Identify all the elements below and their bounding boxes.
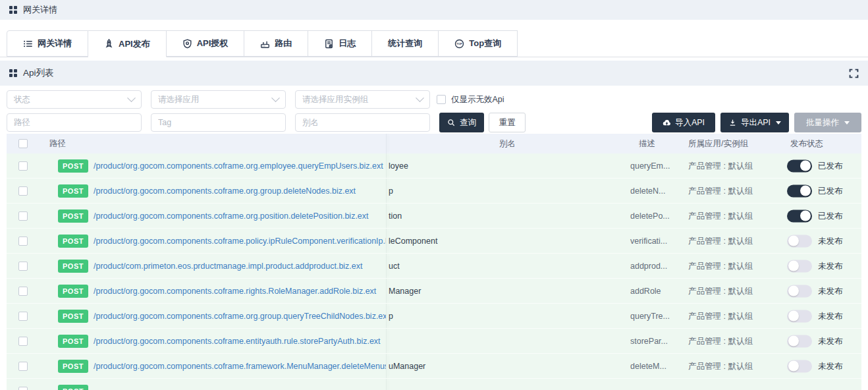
method-badge: POST: [58, 385, 88, 390]
publish-toggle[interactable]: [787, 209, 812, 222]
description-cell: queryTre...: [630, 312, 670, 321]
publish-toggle[interactable]: [787, 184, 812, 197]
table-row: POST /product/org.gocom.components.cofra…: [7, 179, 861, 204]
publish-toggle[interactable]: [787, 335, 812, 347]
search-button[interactable]: 查询: [439, 113, 484, 132]
publish-toggle[interactable]: [787, 235, 812, 247]
batch-actions-button[interactable]: 批量操作: [794, 113, 861, 132]
api-path-link[interactable]: /product/org.gocom.components.coframe.en…: [94, 337, 381, 346]
log-icon: [324, 39, 334, 49]
method-badge: POST: [58, 235, 88, 248]
chevron-down-icon: [271, 94, 280, 102]
row-fixed-area: POST /product/org.gocom.components.cofra…: [7, 304, 386, 328]
top-icon: TOP: [454, 39, 464, 49]
row-checkbox[interactable]: [18, 161, 28, 171]
api-path-link[interactable]: /product/org.gocom.components.coframe.po…: [94, 237, 386, 246]
service-name-clipped-text: p: [389, 312, 393, 321]
alias-input[interactable]: [295, 113, 430, 132]
api-path-link[interactable]: /product/org.gocom.components.coframe.ri…: [94, 287, 376, 296]
select-all-checkbox[interactable]: [18, 139, 28, 148]
app-select-placeholder: 请选择应用: [158, 94, 200, 105]
description-cell: addprod...: [630, 262, 667, 271]
table-body: POST /product/org.gocom.components.cofra…: [7, 153, 861, 390]
toggle-knob: [788, 336, 799, 347]
api-path-link[interactable]: /product/org.gocom.components.coframe.fr…: [94, 362, 386, 371]
row-checkbox[interactable]: [18, 337, 28, 346]
table-row: POST /product/org.gocom.components.cofra…: [7, 153, 861, 179]
tab-6[interactable]: 统计查询: [372, 30, 439, 57]
row-checkbox[interactable]: [18, 211, 28, 221]
tab-1[interactable]: 网关详情: [7, 30, 88, 57]
fixed-column-divider: [386, 329, 387, 353]
download-icon: [728, 119, 737, 127]
app-group-cell: 产品管理 : 默认组: [688, 210, 753, 221]
export-api-button[interactable]: 导出API: [720, 113, 789, 132]
toggle-knob: [788, 311, 799, 321]
fixed-column-divider: [386, 179, 387, 203]
tab-3[interactable]: API授权: [167, 30, 245, 57]
app-select[interactable]: 请选择应用: [151, 90, 286, 109]
app-group-cell: 产品管理 : 默认组: [688, 185, 753, 196]
path-input[interactable]: [7, 113, 142, 132]
api-path-link[interactable]: /product/org.gocom.components.coframe.or…: [94, 312, 386, 321]
app-group-cell: 产品管理 : 默认组: [688, 285, 753, 296]
toggle-knob: [788, 236, 799, 246]
fixed-column-divider: [386, 279, 387, 303]
api-path-link[interactable]: /product/org.gocom.components.coframe.or…: [94, 186, 356, 196]
method-badge: POST: [58, 360, 88, 373]
publish-status-label: 未发布: [818, 260, 843, 271]
row-fixed-area: POST /product/org.gocom.components.cofra…: [7, 354, 386, 378]
tab-7[interactable]: TOPTop查询: [439, 30, 518, 57]
table-row: POST /product/org.gocom.components.cofra…: [7, 204, 861, 229]
invalid-api-checkbox[interactable]: 仅显示无效Api: [437, 94, 504, 105]
publish-toggle[interactable]: [787, 260, 812, 272]
table-row: POST /product/org.gocom.components.cofra…: [7, 229, 861, 254]
publish-toggle[interactable]: [787, 159, 812, 172]
publish-status-label: 未发布: [818, 235, 843, 246]
publish-toggle[interactable]: [787, 360, 812, 372]
service-name-clipped-text: tion: [389, 211, 402, 221]
app-group-cell: 产品管理 : 默认组: [688, 360, 753, 372]
publish-toggle[interactable]: [787, 285, 812, 297]
api-path-link[interactable]: /product/com.primeton.eos.prductmanage.i…: [94, 262, 363, 271]
row-fixed-area: POST /product/org.gocom.components.cofra…: [7, 204, 386, 228]
panel-header: Api列表: [0, 61, 868, 86]
publish-toggle[interactable]: [787, 310, 812, 322]
instance-group-select[interactable]: 请选择应用实例组: [295, 90, 430, 109]
reset-button[interactable]: 重置: [489, 113, 526, 132]
api-path-link[interactable]: /product/org.gocom.components.coframe.or…: [94, 161, 383, 171]
fullscreen-icon[interactable]: [849, 69, 859, 78]
tab-4[interactable]: 路由: [244, 30, 308, 57]
tag-input[interactable]: [151, 113, 286, 132]
row-fixed-area: POST /product/org.gocom.components.cofra…: [7, 179, 386, 203]
tab-5[interactable]: 日志: [308, 30, 372, 57]
page-header: 网关详情: [0, 0, 868, 20]
shield-icon: [182, 39, 192, 49]
import-api-button[interactable]: 导入API: [652, 113, 715, 132]
app-group-cell: 产品管理 : 默认组: [688, 260, 753, 271]
api-path-link[interactable]: /product/org.gocom.components.coframe.or…: [94, 211, 369, 221]
row-checkbox[interactable]: [18, 186, 28, 196]
row-checkbox[interactable]: [18, 262, 28, 271]
method-badge: POST: [58, 184, 88, 198]
svg-text:TOP: TOP: [456, 42, 462, 45]
row-checkbox[interactable]: [18, 387, 28, 390]
service-name-clipped-text: p: [389, 186, 393, 196]
tab-label: 路由: [275, 38, 292, 49]
description-cell: deletePo...: [630, 211, 670, 221]
chevron-down-icon: [127, 94, 136, 102]
publish-status-label: 未发布: [818, 285, 843, 296]
list-icon: [23, 39, 33, 49]
column-header-desc: 描述: [639, 138, 655, 150]
checkbox-icon[interactable]: [437, 95, 446, 104]
row-checkbox[interactable]: [18, 362, 28, 371]
table-header: 路径 别名 描述 所属应用/实例组 发布状态: [7, 134, 861, 153]
tab-2[interactable]: API发布: [88, 30, 167, 57]
row-checkbox[interactable]: [18, 237, 28, 246]
status-select[interactable]: 状态: [7, 90, 142, 109]
row-checkbox[interactable]: [18, 312, 28, 321]
row-checkbox[interactable]: [18, 287, 28, 296]
grid-icon: [9, 6, 17, 14]
method-badge: POST: [58, 260, 88, 273]
publish-status-label: 未发布: [818, 360, 843, 372]
